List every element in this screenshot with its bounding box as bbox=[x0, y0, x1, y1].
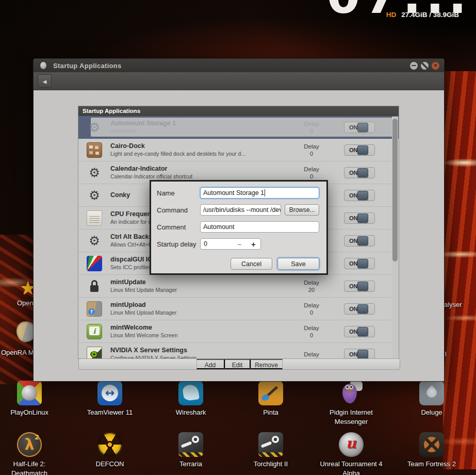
pidgin-icon bbox=[339, 381, 364, 405]
scrollbar[interactable] bbox=[392, 117, 398, 358]
desktop-icon-label: PlayOnLinux bbox=[10, 408, 48, 417]
command-label: Command bbox=[157, 206, 200, 214]
window-toolbar bbox=[34, 72, 444, 90]
toggle-knob bbox=[357, 191, 368, 200]
comment-input[interactable]: Automount bbox=[200, 221, 319, 233]
close-button[interactable] bbox=[432, 62, 439, 70]
toggle-on-label: ON bbox=[349, 122, 358, 133]
desktop-shortcut[interactable]: DEFCON bbox=[71, 432, 149, 469]
maximize-button[interactable] bbox=[421, 62, 429, 70]
window-titlebar[interactable]: Startup Applications bbox=[34, 59, 444, 72]
delay-value: 0 bbox=[297, 150, 326, 157]
startup-delay-value: 0 bbox=[201, 240, 233, 248]
desktop-shortcut[interactable]: Pidgin Internet Messenger bbox=[313, 381, 390, 426]
startup-item-row[interactable]: mintWelcome Linux Mint Welcome Screen De… bbox=[78, 320, 399, 343]
pinta-icon bbox=[258, 381, 283, 405]
on-off-toggle[interactable]: ON bbox=[344, 258, 375, 269]
deluge-icon bbox=[419, 381, 444, 405]
startup-item-row[interactable]: NVIDIA X Server Settings Configure NVIDI… bbox=[78, 343, 399, 358]
desktop-icon-label: Pidgin Internet Messenger bbox=[330, 408, 373, 426]
wireshark-icon bbox=[178, 381, 203, 405]
startup-applications-window: Startup Applications Startup Application… bbox=[33, 58, 445, 382]
startup-item-row[interactable]: mintUpload Linux Mint Upload Manager Del… bbox=[78, 298, 399, 320]
app-name: Automount Storage 1 bbox=[110, 120, 297, 127]
startup-item-row[interactable]: mintUpdate Linux Mint Update Manager Del… bbox=[78, 275, 399, 298]
dispcal-icon bbox=[87, 256, 102, 271]
on-off-toggle[interactable]: ON bbox=[344, 235, 375, 247]
toggle-on-label: ON bbox=[349, 190, 358, 201]
on-off-toggle[interactable]: ON bbox=[344, 122, 375, 133]
desktop-shortcut[interactable]: Team Fortress 2 bbox=[393, 432, 470, 469]
command-input[interactable]: /usr/bin/udisks --mount /dev bbox=[200, 204, 281, 216]
save-button[interactable]: Save bbox=[277, 258, 319, 270]
toggle-on-label: ON bbox=[349, 236, 358, 246]
on-off-toggle[interactable]: ON bbox=[344, 190, 375, 201]
delay-label: Delay bbox=[297, 351, 326, 358]
toggle-on-label: ON bbox=[349, 258, 358, 269]
spacer bbox=[283, 359, 400, 369]
gear-icon bbox=[87, 165, 102, 181]
delay-value: 0 bbox=[297, 127, 326, 135]
command-value: /usr/bin/udisks --mount /dev bbox=[203, 206, 281, 214]
desktop-shortcut[interactable]: Deluge bbox=[393, 381, 470, 417]
steam-terraria-icon bbox=[178, 432, 203, 457]
on-off-toggle[interactable]: ON bbox=[344, 212, 375, 224]
add-button[interactable]: Add bbox=[196, 359, 225, 369]
startup-delay-label: Startup delay bbox=[157, 240, 200, 248]
desktop-shortcut[interactable]: TeamViewer 11 bbox=[71, 381, 149, 417]
on-off-toggle[interactable]: ON bbox=[344, 303, 375, 315]
increment-button[interactable]: + bbox=[247, 240, 260, 249]
list-action-bar: Add Edit Remove bbox=[78, 358, 400, 370]
delay-label: Delay bbox=[297, 324, 326, 332]
app-name: mintUpdate bbox=[110, 279, 297, 286]
desktop-icon-label: TeamViewer 11 bbox=[87, 408, 133, 417]
on-off-toggle[interactable]: ON bbox=[344, 144, 375, 156]
edit-button[interactable]: Edit bbox=[225, 359, 251, 369]
delay-value: 0 bbox=[297, 309, 326, 316]
app-name: mintWelcome bbox=[110, 324, 297, 332]
delay-label: Delay bbox=[297, 279, 326, 286]
app-name: Calendar-Indicator bbox=[110, 165, 297, 173]
name-input[interactable]: Automount Storage 1 bbox=[200, 187, 319, 199]
toggle-on-label: ON bbox=[349, 326, 358, 337]
hl2-icon bbox=[17, 432, 42, 457]
remove-button[interactable]: Remove bbox=[251, 359, 283, 369]
on-off-toggle[interactable]: ON bbox=[344, 281, 375, 292]
desktop-shortcut[interactable]: Half-Life 2: Deathmatch bbox=[0, 432, 68, 475]
desktop-shortcut[interactable]: Torchlight II bbox=[232, 432, 309, 469]
toggle-knob bbox=[357, 214, 368, 223]
startup-delay-spinner[interactable]: 0 − + bbox=[200, 238, 261, 250]
on-off-toggle[interactable]: ON bbox=[344, 167, 375, 178]
defcon-icon bbox=[97, 432, 122, 457]
startup-item-row[interactable]: Cairo-Dock Light and eye-candy filled do… bbox=[78, 139, 399, 161]
desktop-shortcut[interactable]: Terraria bbox=[152, 432, 229, 469]
toggle-on-label: ON bbox=[349, 213, 358, 223]
decrement-button[interactable]: − bbox=[233, 240, 247, 249]
cancel-button[interactable]: Cancel bbox=[231, 258, 272, 270]
mint-welcome-icon bbox=[87, 324, 102, 339]
lock-icon bbox=[87, 279, 102, 294]
minimize-button[interactable] bbox=[410, 62, 418, 70]
desktop-icon-label: Half-Life 2: Deathmatch bbox=[11, 460, 47, 475]
toggle-knob bbox=[357, 236, 368, 245]
toggle-knob bbox=[357, 259, 368, 268]
app-name: Cairo-Dock bbox=[110, 142, 297, 150]
startup-item-row[interactable]: Automount Storage 1 Automount Delay 0 ON bbox=[78, 116, 399, 139]
edit-startup-item-dialog: Name Automount Storage 1 Command /usr/bi… bbox=[150, 180, 328, 275]
scrollbar-thumb[interactable] bbox=[392, 119, 398, 261]
desktop-shortcut[interactable]: Wireshark bbox=[152, 381, 229, 417]
playonlinux-icon bbox=[17, 381, 42, 405]
delay-value: 0 bbox=[297, 173, 326, 180]
on-off-toggle[interactable]: ON bbox=[344, 326, 375, 337]
toggle-knob bbox=[357, 123, 368, 132]
desktop-shortcut[interactable]: Unreal Tournament 4 Alpha bbox=[313, 432, 390, 475]
app-description: Linux Mint Welcome Screen bbox=[110, 332, 297, 339]
browse-button[interactable]: Browse... bbox=[285, 204, 319, 216]
back-button[interactable] bbox=[38, 74, 52, 88]
desktop-shortcut[interactable]: Pinta bbox=[232, 381, 309, 417]
unreal-icon bbox=[339, 432, 364, 457]
desktop-shortcut[interactable]: PlayOnLinux bbox=[0, 381, 68, 417]
hidden-label-analyser: alyser bbox=[444, 301, 462, 308]
toggle-knob bbox=[357, 282, 368, 291]
on-off-toggle[interactable]: ON bbox=[344, 349, 375, 359]
